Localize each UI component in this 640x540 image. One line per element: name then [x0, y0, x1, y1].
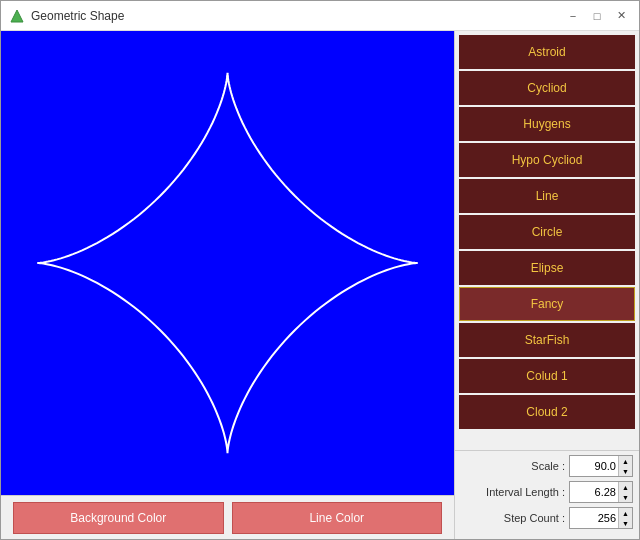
step-input-wrap: ▲ ▼: [569, 507, 633, 529]
scale-spinners: ▲ ▼: [618, 456, 632, 476]
close-button[interactable]: ✕: [611, 6, 631, 26]
step-down-button[interactable]: ▼: [618, 518, 632, 528]
shape-btn-fancy[interactable]: Fancy: [459, 287, 635, 321]
shape-btn-line[interactable]: Line: [459, 179, 635, 213]
interval-input-wrap: ▲ ▼: [569, 481, 633, 503]
step-label: Step Count :: [504, 512, 565, 524]
scale-row: Scale : ▲ ▼: [461, 455, 633, 477]
minimize-button[interactable]: −: [563, 6, 583, 26]
shape-btn-starfish[interactable]: StarFish: [459, 323, 635, 357]
shape-btn-circle[interactable]: Circle: [459, 215, 635, 249]
scale-input[interactable]: [570, 456, 618, 476]
shape-canvas: [1, 31, 454, 495]
shape-btn-elipse[interactable]: Elipse: [459, 251, 635, 285]
interval-label: Interval Length :: [486, 486, 565, 498]
app-window: Geometric Shape − □ ✕ Background Color L…: [0, 0, 640, 540]
shape-btn-hypo_cycliod[interactable]: Hypo Cycliod: [459, 143, 635, 177]
main-content: Background Color Line Color AstroidCycli…: [1, 31, 639, 539]
app-icon: [9, 8, 25, 24]
step-row: Step Count : ▲ ▼: [461, 507, 633, 529]
svg-marker-0: [11, 10, 23, 22]
scale-up-button[interactable]: ▲: [618, 456, 632, 466]
shape-btn-astroid[interactable]: Astroid: [459, 35, 635, 69]
shape-list: AstroidCycliodHuygensHypo CycliodLineCir…: [455, 31, 639, 450]
step-spinners: ▲ ▼: [618, 508, 632, 528]
window-controls: − □ ✕: [563, 6, 631, 26]
titlebar: Geometric Shape − □ ✕: [1, 1, 639, 31]
canvas-area: [1, 31, 454, 495]
step-input[interactable]: [570, 508, 618, 528]
interval-down-button[interactable]: ▼: [618, 492, 632, 502]
line-color-button[interactable]: Line Color: [232, 502, 443, 534]
shape-btn-cycliod[interactable]: Cycliod: [459, 71, 635, 105]
shape-btn-colud1[interactable]: Colud 1: [459, 359, 635, 393]
maximize-button[interactable]: □: [587, 6, 607, 26]
scale-down-button[interactable]: ▼: [618, 466, 632, 476]
left-panel: Background Color Line Color: [1, 31, 454, 539]
shape-btn-huygens[interactable]: Huygens: [459, 107, 635, 141]
interval-spinners: ▲ ▼: [618, 482, 632, 502]
interval-row: Interval Length : ▲ ▼: [461, 481, 633, 503]
background-color-button[interactable]: Background Color: [13, 502, 224, 534]
controls-section: Scale : ▲ ▼ Interval Length : ▲: [455, 450, 639, 539]
window-title: Geometric Shape: [31, 9, 563, 23]
right-panel: AstroidCycliodHuygensHypo CycliodLineCir…: [454, 31, 639, 539]
interval-up-button[interactable]: ▲: [618, 482, 632, 492]
step-up-button[interactable]: ▲: [618, 508, 632, 518]
scale-label: Scale :: [531, 460, 565, 472]
interval-input[interactable]: [570, 482, 618, 502]
shape-btn-cloud2[interactable]: Cloud 2: [459, 395, 635, 429]
bottom-buttons: Background Color Line Color: [1, 495, 454, 539]
scale-input-wrap: ▲ ▼: [569, 455, 633, 477]
